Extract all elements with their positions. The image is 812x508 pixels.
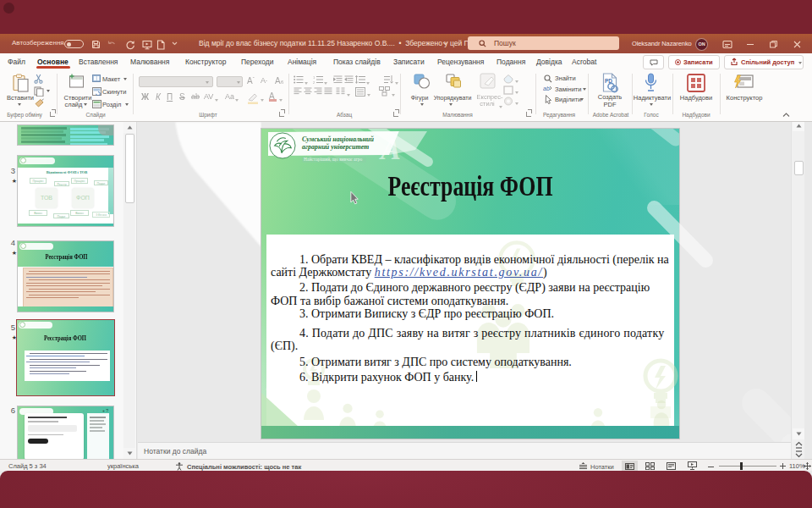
svg-text:1: 1 <box>313 75 315 80</box>
svg-text:2: 2 <box>313 80 315 85</box>
svg-text:ab: ab <box>543 86 550 91</box>
svg-text:PD: PD <box>605 78 612 84</box>
